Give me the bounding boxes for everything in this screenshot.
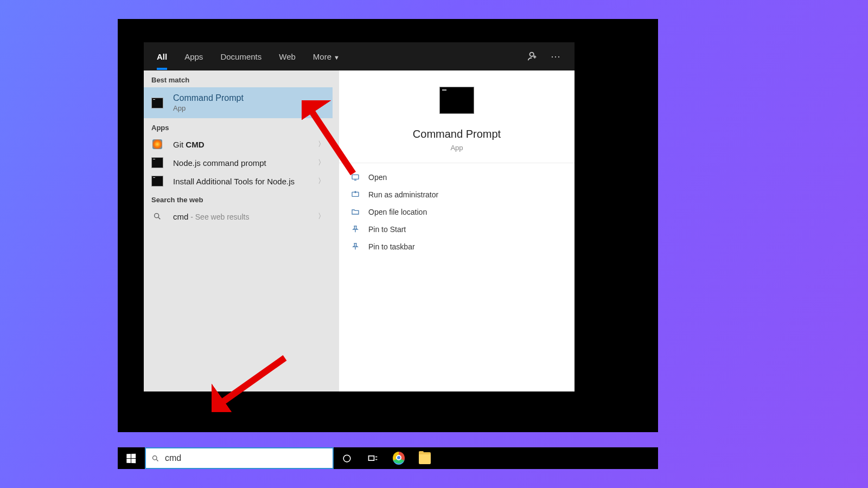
chevron-right-icon: 〉	[318, 158, 325, 168]
more-options-icon[interactable]: ⋯	[550, 50, 561, 62]
svg-rect-6	[369, 456, 374, 460]
action-pin-start[interactable]: Pin to Start	[339, 221, 575, 238]
taskbar-search-box[interactable]	[145, 447, 334, 469]
result-title: Command Prompt	[173, 93, 325, 103]
tab-more[interactable]: More▼	[313, 43, 340, 70]
feedback-icon[interactable]	[527, 50, 539, 62]
svg-point-5	[343, 455, 350, 462]
start-button[interactable]	[118, 454, 144, 463]
tab-documents[interactable]: Documents	[220, 43, 261, 70]
svg-point-1	[155, 214, 159, 218]
cmd-icon	[151, 157, 163, 168]
windows-icon	[126, 453, 136, 463]
svg-point-0	[530, 53, 534, 56]
command-prompt-icon	[439, 87, 474, 114]
result-web-search[interactable]: cmd - See web results 〉	[144, 207, 333, 226]
tab-all[interactable]: All	[157, 43, 167, 70]
search-tabs: All Apps Documents Web More▼ ⋯	[144, 42, 575, 70]
action-open-file-location[interactable]: Open file location	[339, 203, 575, 221]
section-apps: Apps	[144, 118, 333, 135]
cmd-icon	[151, 98, 163, 108]
result-nodejs-prompt[interactable]: Node.js command prompt 〉	[144, 153, 333, 172]
search-icon	[151, 210, 163, 222]
preview-title: Command Prompt	[344, 128, 569, 140]
result-git-cmd[interactable]: Git CMD 〉	[144, 135, 333, 153]
svg-rect-2	[352, 175, 359, 179]
search-panel: All Apps Documents Web More▼ ⋯ Best matc…	[144, 42, 575, 391]
action-pin-taskbar[interactable]: Pin to taskbar	[339, 238, 575, 255]
action-open[interactable]: Open	[339, 169, 575, 186]
cmd-icon	[151, 176, 163, 187]
results-list: Best match Command Prompt App Apps Git C…	[144, 70, 333, 391]
chevron-right-icon: 〉	[318, 211, 325, 221]
explorer-taskbar-icon[interactable]	[412, 447, 438, 469]
search-icon	[151, 454, 159, 463]
chevron-right-icon: 〉	[318, 176, 325, 186]
tab-apps[interactable]: Apps	[184, 43, 203, 70]
svg-point-4	[153, 455, 157, 460]
preview-type: App	[344, 144, 569, 152]
section-search-web: Search the web	[144, 190, 333, 207]
search-input[interactable]	[164, 453, 333, 464]
preview-pane: Command Prompt App Open Run as administr…	[333, 70, 575, 391]
section-best-match: Best match	[144, 70, 333, 87]
taskbar	[118, 447, 658, 469]
result-subtitle: App	[173, 104, 325, 112]
tab-web[interactable]: Web	[279, 43, 296, 70]
action-run-admin[interactable]: Run as administrator	[339, 186, 575, 203]
git-icon	[152, 139, 162, 149]
result-command-prompt[interactable]: Command Prompt App	[144, 87, 333, 118]
chrome-taskbar-icon[interactable]	[386, 447, 412, 469]
chevron-right-icon: 〉	[318, 139, 325, 149]
task-view-button[interactable]	[360, 447, 386, 469]
result-install-tools[interactable]: Install Additional Tools for Node.js 〉	[144, 172, 333, 190]
cortana-button[interactable]	[334, 447, 360, 469]
